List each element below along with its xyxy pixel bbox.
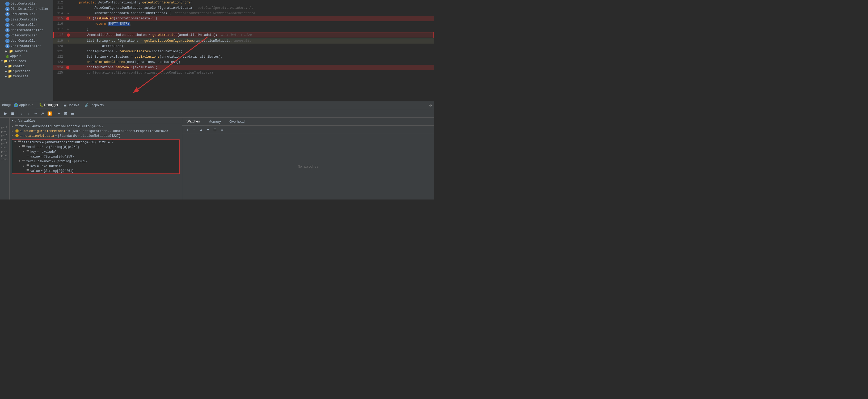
code-line-120: 120 attributes); — [53, 43, 434, 49]
app-run-tab[interactable]: 🌿 AppRun × — [14, 103, 33, 107]
variables-panel: ▼ ▽ Variables ▶ this = {AutoConfiguratio… — [9, 118, 182, 199]
class-icon: C — [5, 28, 9, 32]
folder-icon: 📁 — [8, 74, 12, 78]
tree-label: ip2region — [13, 70, 30, 73]
app-label: AppRun — [19, 103, 31, 107]
stack-label-get: getA — [0, 126, 9, 130]
tree-item-ip2region[interactable]: ▶ 📁 ip2region — [0, 69, 53, 74]
var-icon — [18, 140, 21, 142]
var-row-exclude-value[interactable]: ▶ value = {String[0]@4259} — [12, 154, 179, 159]
var-row-exclude-key[interactable]: ▶ key = "exclude" — [12, 149, 179, 154]
tab-memory[interactable]: Memory — [204, 118, 225, 125]
tree-item-limitcontroller[interactable]: C LimitController — [0, 17, 53, 22]
tree-item-menucontroller[interactable]: C MenuController — [0, 22, 53, 28]
class-icon: C — [5, 39, 9, 43]
stack-label-gete: getE — [0, 142, 9, 145]
class-icon: C — [5, 33, 9, 38]
var-row-attributes[interactable]: ▼ attributes = {AnnotationAttributes@425… — [12, 140, 179, 145]
tree-label: MenuController — [11, 23, 37, 27]
code-line-114: 114 ◇ AnnotationMetadata annotationMetad… — [53, 11, 434, 16]
var-icon — [22, 160, 25, 161]
tab-console[interactable]: ▣ Console — [61, 102, 82, 108]
variables-collapse[interactable]: ▼ — [12, 119, 13, 122]
no-watches-label: No watches — [298, 165, 318, 169]
var-row-excludename-key[interactable]: ▶ key = "excludeName" — [12, 164, 179, 169]
tree-item-usercontroller[interactable]: C UserController — [0, 38, 53, 43]
tree-label: MonitorController — [11, 28, 43, 32]
tree-label: VerifyController — [11, 44, 41, 48]
stop-btn[interactable]: ⏹ — [9, 110, 16, 117]
watch-infinity-btn[interactable]: ∞ — [219, 127, 225, 133]
settings-gear-icon[interactable]: ⚙ — [429, 103, 432, 108]
tab-debugger[interactable]: 🐛 Debugger — [36, 102, 61, 108]
var-icon — [27, 150, 29, 152]
var-icon — [27, 169, 29, 171]
code-line-123: 123 checkExcludedClasses(configurations,… — [53, 60, 434, 65]
tree-item-dictcontroller[interactable]: C DictController — [0, 1, 53, 6]
var-row-excludename[interactable]: ▼ "excludeName" -> {String[0]@4261} — [12, 159, 179, 164]
tree-item-service[interactable]: ▶ 📁 service — [0, 49, 53, 54]
var-row-annotationmeta[interactable]: ▶ annotationMetadata = {StandardAnnotati… — [9, 134, 182, 138]
tab-watches[interactable]: Watches — [182, 118, 204, 125]
step-out-btn[interactable]: → — [32, 110, 39, 117]
tree-item-rolecontroller[interactable]: C RoleController — [0, 33, 53, 38]
tree-label: RoleController — [11, 34, 37, 37]
code-line-117: 117 ◇ } — [53, 27, 434, 32]
run-to-cursor-btn[interactable]: ↗ — [39, 110, 46, 117]
tree-label: template — [13, 75, 28, 78]
debugger-toolbar: ▶ ⏹ ↓ ↑ → ↗ ⏫ ≡ ⊞ ☰ — [0, 109, 434, 118]
class-icon: C — [5, 44, 9, 48]
resume-btn[interactable]: ▶ — [2, 110, 9, 117]
console-tab-icon: ▣ — [64, 103, 66, 107]
tree-item-config[interactable]: ▶ 📁 config — [0, 64, 53, 69]
watches-toolbar: + − ▲ ▼ ⊡ ∞ — [182, 126, 434, 134]
stack-label-para: para — [0, 149, 9, 154]
tree-label: DictController — [11, 2, 37, 6]
watch-up-btn[interactable]: ▲ — [198, 127, 204, 133]
code-editor: 112 protected AutoConfigurationEntry get… — [53, 0, 434, 101]
var-row-exclude[interactable]: ▼ "exclude" -> {String[0]@4259} — [12, 145, 179, 149]
class-icon: C — [5, 12, 9, 16]
code-line-119: 119 → List<String> configurations = getC… — [53, 38, 434, 43]
folder-icon: ▶ 📁 — [5, 49, 13, 54]
tree-item-dictdetailcontroller[interactable]: C DictDetailController — [0, 6, 53, 12]
threads-btn[interactable]: ⊞ — [62, 110, 69, 117]
var-icon — [27, 164, 29, 166]
close-tab-icon[interactable]: × — [32, 104, 33, 106]
tree-item-jobcontroller[interactable]: C JobController — [0, 12, 53, 17]
filter-icon[interactable]: ▽ — [14, 119, 16, 123]
remove-watch-btn[interactable]: − — [191, 127, 197, 133]
step-over-btn[interactable]: ↓ — [19, 110, 25, 117]
var-row-this[interactable]: ▶ this = {AutoConfigurationImportSelecto… — [9, 124, 182, 129]
tab-endpoints[interactable]: 🔗 Endpoints — [82, 102, 106, 108]
tab-overhead[interactable]: Overhead — [225, 118, 249, 125]
add-watch-btn[interactable]: + — [184, 127, 190, 133]
frames-btn[interactable]: ≡ — [56, 110, 62, 117]
code-line-112: 112 protected AutoConfigurationEntry get… — [53, 0, 434, 5]
tree-item-verifycontroller[interactable]: C VerifyController — [0, 43, 53, 49]
tree-item-template[interactable]: ▶ 📁 template — [0, 74, 53, 79]
stack-label-proc: proc — [0, 130, 9, 134]
debugger-tab-icon: 🐛 — [39, 103, 43, 107]
expand-arrow: ▶ — [12, 134, 14, 137]
stack-label-getc: getC — [0, 134, 9, 138]
var-icon — [27, 155, 29, 156]
watch-down-btn[interactable]: ▼ — [205, 127, 211, 133]
tree-item-resources[interactable]: ▼ 📁 resources — [0, 59, 53, 64]
settings-btn[interactable]: ☰ — [69, 110, 76, 117]
tree-label: DictDetailController — [11, 7, 49, 11]
toolbar-sep-2 — [54, 111, 54, 115]
class-icon: C — [5, 23, 9, 27]
step-into-btn[interactable]: ↑ — [26, 110, 32, 117]
expand-arrow: ▼ — [19, 160, 21, 163]
tree-label: UserController — [11, 39, 37, 43]
code-line-125: 125 configurations.filter(configurations… — [53, 70, 434, 75]
evaluate-btn[interactable]: ⏫ — [46, 110, 53, 117]
code-line-115: 115 if (!isEnabled(annotationMetadata)) … — [53, 16, 434, 21]
watch-copy-btn[interactable]: ⊡ — [212, 127, 218, 133]
var-row-excludename-value[interactable]: ▶ value = {String[0]@4261} — [12, 169, 179, 173]
tree-item-monitorcontroller[interactable]: C MonitorController — [0, 28, 53, 33]
tree-label: service — [14, 50, 27, 54]
tree-item-apprun[interactable]: 🌿 AppRun — [0, 54, 53, 59]
var-row-autoconfig[interactable]: ▶ autoConfigurationMetadata = {AutoConfi… — [9, 129, 182, 134]
